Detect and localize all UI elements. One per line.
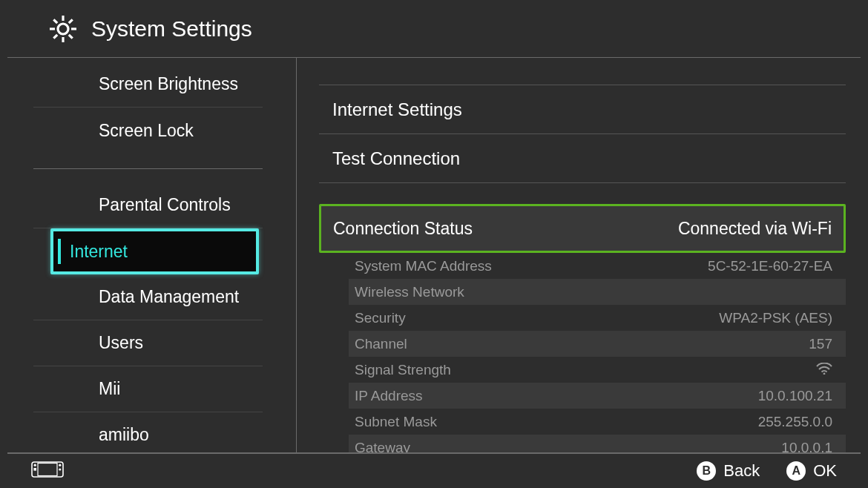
sidebar: Screen Brightness Screen Lock Parental C… — [0, 58, 297, 452]
svg-rect-11 — [38, 464, 57, 476]
sidebar-item-label: Users — [99, 333, 143, 353]
footer-buttons: B Back A OK — [697, 461, 837, 481]
detail-label: IP Address — [355, 388, 423, 404]
footer: B Back A OK — [7, 452, 861, 488]
menu-item-label: Test Connection — [332, 148, 460, 169]
a-button-icon: A — [786, 461, 806, 481]
detail-label: Gateway — [355, 440, 410, 453]
connection-details: System MAC Address 5C-52-1E-60-27-EA Wir… — [319, 253, 846, 452]
detail-label: Signal Strength — [355, 362, 451, 378]
gear-icon — [48, 14, 78, 44]
connection-status-block: Connection Status Connected via Wi-Fi — [319, 204, 846, 253]
detail-value: WPA2-PSK (AES) — [719, 310, 832, 326]
header: System Settings — [7, 0, 861, 58]
detail-row-ip-address: IP Address 10.0.100.21 — [349, 383, 846, 409]
controller-icon[interactable] — [31, 461, 64, 481]
sidebar-item-users[interactable]: Users — [33, 320, 263, 366]
detail-row-wireless-network: Wireless Network — [349, 279, 846, 305]
detail-label: Wireless Network — [355, 284, 464, 300]
detail-value: 255.255.0.0 — [758, 414, 832, 430]
connection-status-label: Connection Status — [333, 219, 473, 239]
sidebar-item-screen-lock[interactable]: Screen Lock — [33, 108, 263, 154]
sidebar-item-screen-brightness[interactable]: Screen Brightness — [33, 62, 263, 108]
svg-rect-12 — [33, 468, 36, 471]
back-button[interactable]: B Back — [697, 461, 760, 481]
connection-status-row[interactable]: Connection Status Connected via Wi-Fi — [321, 206, 844, 251]
connection-status-value: Connected via Wi-Fi — [678, 219, 832, 239]
detail-label: Channel — [355, 336, 407, 352]
sidebar-item-internet[interactable]: Internet — [50, 228, 259, 274]
svg-line-7 — [69, 19, 73, 23]
sidebar-item-label: Internet — [70, 242, 128, 262]
svg-rect-10 — [32, 462, 63, 477]
svg-line-8 — [53, 34, 57, 38]
detail-row-signal-strength: Signal Strength — [349, 357, 846, 383]
sidebar-item-label: Parental Controls — [99, 195, 231, 215]
detail-row-channel: Channel 157 — [349, 331, 846, 357]
body: Screen Brightness Screen Lock Parental C… — [0, 58, 868, 452]
svg-point-15 — [59, 468, 61, 470]
menu-item-label: Internet Settings — [332, 99, 462, 120]
detail-row-subnet-mask: Subnet Mask 255.255.0.0 — [349, 409, 846, 435]
detail-label: Security — [355, 310, 406, 326]
detail-value: 157 — [809, 336, 832, 352]
sidebar-divider — [33, 168, 263, 169]
detail-value: 10.0.0.1 — [781, 440, 832, 453]
sidebar-item-parental-controls[interactable]: Parental Controls — [33, 182, 263, 228]
detail-row-security: Security WPA2-PSK (AES) — [349, 305, 846, 331]
wifi-icon — [816, 362, 832, 378]
back-label: Back — [723, 461, 760, 481]
sidebar-item-label: Screen Brightness — [99, 74, 238, 94]
svg-point-13 — [34, 464, 36, 466]
sidebar-item-mii[interactable]: Mii — [33, 366, 263, 412]
menu-block: Internet Settings Test Connection — [319, 85, 846, 183]
sidebar-item-label: Data Management — [99, 287, 239, 307]
menu-item-internet-settings[interactable]: Internet Settings — [319, 85, 846, 134]
svg-point-0 — [58, 24, 68, 34]
detail-row-mac: System MAC Address 5C-52-1E-60-27-EA — [349, 253, 846, 279]
detail-value: 5C-52-1E-60-27-EA — [708, 258, 832, 274]
detail-label: System MAC Address — [355, 258, 492, 274]
sidebar-item-label: Screen Lock — [99, 121, 194, 141]
page-title: System Settings — [91, 16, 252, 42]
menu-item-test-connection[interactable]: Test Connection — [319, 134, 846, 183]
sidebar-item-data-management[interactable]: Data Management — [33, 274, 263, 320]
sidebar-item-label: amiibo — [99, 425, 149, 445]
main-panel: Internet Settings Test Connection Connec… — [297, 58, 868, 452]
detail-row-gateway: Gateway 10.0.0.1 — [349, 435, 846, 452]
sidebar-item-label: Mii — [99, 379, 120, 399]
svg-line-5 — [53, 19, 57, 23]
sidebar-item-amiibo[interactable]: amiibo — [33, 412, 263, 458]
svg-line-6 — [69, 34, 73, 38]
detail-value: 10.0.100.21 — [758, 388, 832, 404]
ok-label: OK — [813, 461, 837, 481]
ok-button[interactable]: A OK — [786, 461, 837, 481]
b-button-icon: B — [697, 461, 716, 481]
svg-point-9 — [823, 372, 826, 374]
svg-point-14 — [59, 464, 61, 466]
detail-label: Subnet Mask — [355, 414, 437, 430]
